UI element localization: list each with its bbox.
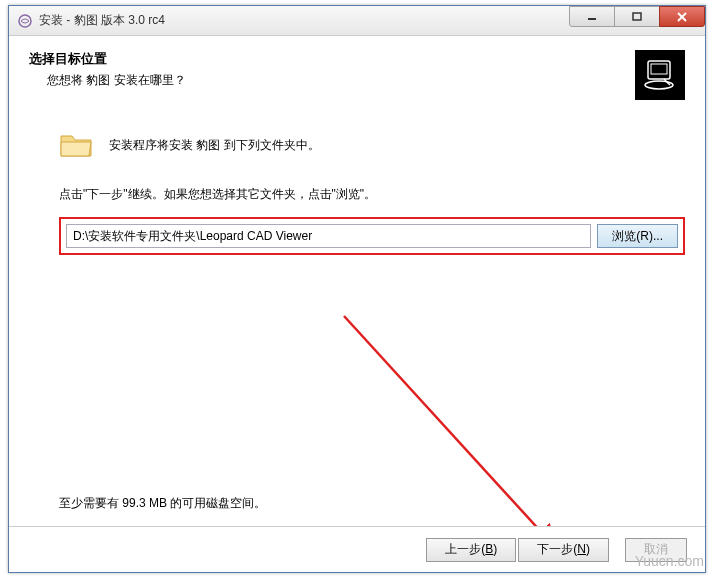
maximize-button[interactable] (614, 6, 660, 27)
install-description: 安装程序将安装 豹图 到下列文件夹中。 (109, 137, 320, 154)
install-path-input[interactable] (66, 224, 591, 248)
folder-icon (59, 130, 93, 160)
close-button[interactable] (659, 6, 705, 27)
browse-button[interactable]: 浏览(R)... (597, 224, 678, 248)
header-text: 选择目标位置 您想将 豹图 安装在哪里？ (29, 50, 186, 89)
app-icon (17, 13, 33, 29)
svg-rect-6 (651, 64, 667, 74)
next-button[interactable]: 下一步(N)下一步(N) (518, 538, 609, 562)
svg-line-4 (678, 13, 686, 21)
back-button[interactable]: 上一步(B)上一步(B) (426, 538, 516, 562)
watermark: Yuucn.com (635, 553, 704, 569)
instruction-text: 点击"下一步"继续。如果您想选择其它文件夹，点击"浏览"。 (59, 186, 685, 203)
svg-rect-2 (633, 13, 641, 20)
page-subtitle: 您想将 豹图 安装在哪里？ (29, 72, 186, 89)
window-controls (570, 6, 705, 27)
footer: 上一步(B)上一步(B) 下一步(N)下一步(N) 取消 (9, 526, 705, 572)
titlebar: 安装 - 豹图 版本 3.0 rc4 (9, 6, 705, 36)
folder-row: 安装程序将安装 豹图 到下列文件夹中。 (59, 130, 685, 160)
annotation-arrow (339, 311, 599, 526)
page-title: 选择目标位置 (29, 50, 186, 68)
path-row-highlight: 浏览(R)... (59, 217, 685, 255)
wizard-disk-icon (635, 50, 685, 100)
installer-window: 安装 - 豹图 版本 3.0 rc4 选择目标位置 您想将 豹图 安装在哪里？ (8, 5, 706, 573)
body-section: 安装程序将安装 豹图 到下列文件夹中。 点击"下一步"继续。如果您想选择其它文件… (29, 130, 685, 255)
window-title: 安装 - 豹图 版本 3.0 rc4 (39, 12, 165, 29)
disk-space-text: 至少需要有 99.3 MB 的可用磁盘空间。 (59, 495, 266, 512)
minimize-button[interactable] (569, 6, 615, 27)
content-area: 选择目标位置 您想将 豹图 安装在哪里？ (9, 36, 705, 526)
svg-point-7 (645, 81, 673, 89)
svg-line-3 (678, 13, 686, 21)
svg-line-8 (344, 316, 554, 526)
page-header: 选择目标位置 您想将 豹图 安装在哪里？ (29, 50, 685, 100)
